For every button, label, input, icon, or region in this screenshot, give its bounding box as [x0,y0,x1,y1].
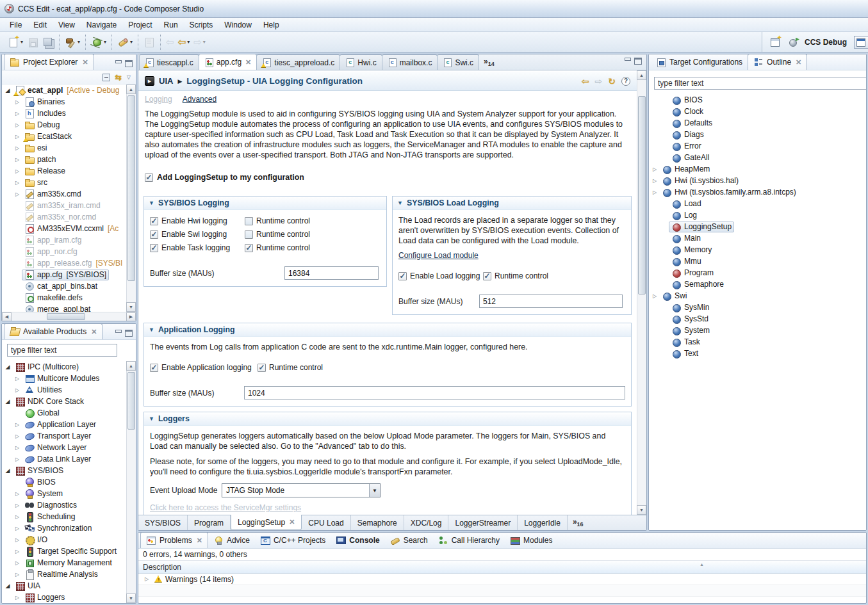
menu-item-navigate[interactable]: Navigate [81,19,122,31]
collapse-triangle-icon[interactable]: ▼ [397,200,403,206]
scroll-thumb[interactable] [127,372,135,430]
tree-item[interactable]: app_iram.cfg [2,234,126,246]
tree-item[interactable]: Mmu [649,255,866,267]
config-page-tab[interactable]: LoggingSetup ✕ [231,515,302,530]
config-page-tab[interactable]: XDC/Log [404,515,449,530]
tree-item[interactable]: app_nor.cfg [2,246,126,257]
tree-item[interactable]: cat_appl_bins.bat [2,280,126,292]
editor-tab[interactable]: tiesc_appreload.c [256,54,340,70]
tab-advice[interactable]: Advice [208,533,255,548]
enable-load-logging-checkbox[interactable] [398,272,407,280]
expander-icon[interactable]: ▷ [13,111,22,117]
scroll-up-icon[interactable]: ▲ [126,85,136,94]
tree-item[interactable]: Memory [649,244,866,255]
tree-item[interactable]: System [649,325,866,336]
breadcrumb-root[interactable]: UIA [159,76,173,86]
help-icon[interactable]: ? [621,77,630,86]
tab-search[interactable]: Search [385,533,433,548]
open-element-button[interactable] [142,35,157,50]
description-column-header[interactable]: Description ▲ [138,561,866,574]
tab-available-products[interactable]: Available Products ✕ [4,323,102,339]
tree-item[interactable]: AM335xEVM.ccxml [Ac [2,223,126,234]
maximize-icon[interactable] [634,58,641,63]
tab-c-c-projects[interactable]: C/C++ Projects [255,533,331,548]
close-icon[interactable]: ✕ [91,328,97,336]
expander-icon[interactable]: ◢ [3,87,12,93]
build-button[interactable]: ▾ [63,35,82,50]
swi-runtime-control-checkbox[interactable] [245,230,253,239]
hwi-runtime-control-checkbox[interactable] [245,217,253,225]
tree-item[interactable]: ▷ Network Layer [2,442,126,453]
tree-item[interactable]: Defaults [649,117,866,129]
editor-scrollbar[interactable]: ▲ ▼ [637,70,646,515]
menu-item-scripts[interactable]: Scripts [184,19,219,31]
tree-item[interactable]: ▷ I/O [2,534,126,545]
task-runtime-control-checkbox[interactable] [245,244,253,252]
tree-item[interactable]: ▷ Memory Management [2,557,126,569]
tree-item[interactable]: ▷ Transport Layer [2,430,126,442]
horizontal-scrollbar[interactable]: ◀ ▶ [2,312,136,321]
expander-icon[interactable]: ▷ [13,595,22,601]
tree-item[interactable]: ▷ Application Layer [2,419,126,430]
minimize-icon[interactable] [624,58,631,63]
tree-item[interactable]: Program [649,267,866,278]
tree-item[interactable]: ▷ EcatStack [2,131,126,142]
menu-item-help[interactable]: Help [258,19,285,31]
tree-item[interactable]: ▷ Hwi (ti.sysbios.hal) [649,175,866,186]
vertical-scrollbar[interactable]: ▲ ▼ [126,361,136,603]
expander-icon[interactable]: ▷ [13,445,22,451]
tree-item[interactable]: ▷ System [2,488,126,499]
expander-icon[interactable]: ▷ [13,491,22,497]
tree-item[interactable]: Main [649,232,866,244]
open-perspective-button[interactable] [767,35,783,50]
tab-call-hierarchy[interactable]: Call Hierarchy [433,533,505,548]
scroll-right-icon[interactable]: ▶ [126,312,136,321]
expander-icon[interactable]: ▷ [13,145,22,151]
tree-item[interactable]: ◢ ecat_appl [Active - Debug [2,85,126,96]
config-page-tab[interactable]: LoggerStreamer [448,515,518,530]
tree-item[interactable]: Semaphore [649,278,866,290]
config-page-tab[interactable]: Semaphore [351,515,404,530]
tree-item[interactable]: ▷ patch [2,154,126,165]
expander-icon[interactable]: ▷ [13,549,22,554]
scroll-down-icon[interactable]: ▼ [126,593,136,603]
enable-task-logging-checkbox[interactable] [150,244,158,252]
tree-item[interactable]: ▷ esi [2,142,126,154]
load-runtime-control-checkbox[interactable] [483,272,491,280]
forward-button[interactable]: ⇨▾ [192,35,208,50]
tab-overflow-chevron[interactable]: »14 [479,57,500,67]
tab-advanced[interactable]: Advanced [183,95,217,104]
expander-icon[interactable]: ▷ [13,180,22,186]
enable-swi-logging-checkbox[interactable] [150,230,158,239]
tree-item[interactable]: Log [649,209,866,221]
scroll-up-icon[interactable]: ▲ [637,70,646,80]
expander-icon[interactable]: ▷ [13,537,22,543]
add-loggingsetup-checkbox[interactable] [145,173,153,182]
editor-tab[interactable]: app.cfg ✕ [199,54,258,70]
tree-item[interactable]: LoggingSetup [649,221,866,232]
scroll-thumb[interactable] [47,313,85,320]
close-icon[interactable]: ✕ [197,536,202,545]
warnings-group-row[interactable]: ▷ Warnings (14 items) [138,574,866,585]
expander-icon[interactable]: ▷ [13,168,22,174]
enable-hwi-logging-checkbox[interactable] [150,217,158,225]
tree-item[interactable]: ▷ am335x.cmd [2,188,126,200]
tree-item[interactable]: Clock [649,106,866,117]
tree-item[interactable]: makefile.defs [2,292,126,303]
tree-item[interactable]: Task [649,336,866,348]
maximize-icon[interactable] [125,330,132,335]
tree-item[interactable]: BIOS [649,94,866,106]
config-page-tab[interactable]: CPU Load [302,515,350,530]
debug-button[interactable]: ▾ [89,35,108,50]
expander-icon[interactable]: ▷ [142,576,151,582]
expander-icon[interactable]: ▷ [650,293,659,299]
perspective-label[interactable]: CCS Debug [805,38,849,47]
config-page-tab[interactable]: Program [188,515,231,530]
sysbios-buffer-size-input[interactable] [284,266,379,280]
view-menu-icon[interactable]: ▽ [127,74,131,80]
expander-icon[interactable]: ▷ [13,376,22,382]
expander-icon[interactable]: ▷ [650,178,659,184]
menu-item-view[interactable]: View [53,19,81,31]
products-filter-input[interactable] [7,344,117,357]
collapse-triangle-icon[interactable]: ▼ [149,327,154,333]
